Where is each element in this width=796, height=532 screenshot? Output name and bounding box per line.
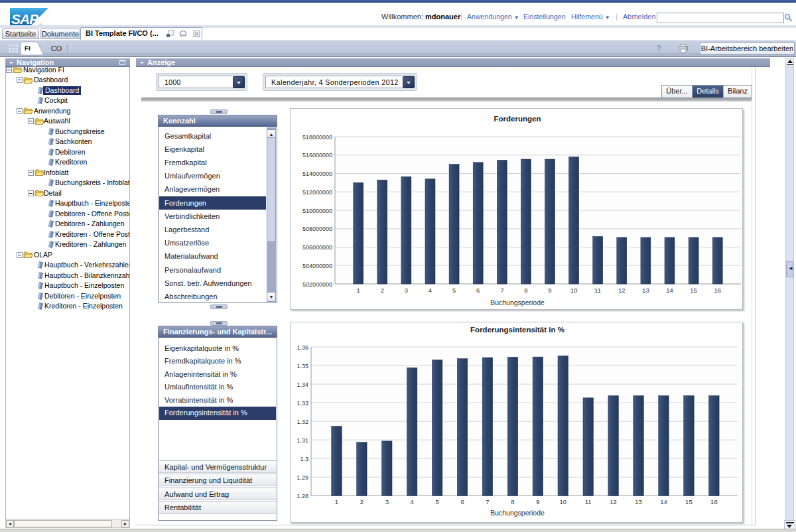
svg-text:10: 10 <box>570 287 578 294</box>
svg-text:1: 1 <box>357 287 360 294</box>
svg-text:5: 5 <box>435 498 438 505</box>
svg-text:16: 16 <box>710 498 718 505</box>
svg-text:13: 13 <box>635 498 642 505</box>
svg-text:13: 13 <box>642 287 649 294</box>
svg-text:508000000: 508000000 <box>302 226 332 232</box>
svg-text:15: 15 <box>690 287 697 294</box>
svg-text:2: 2 <box>381 287 384 294</box>
svg-text:10: 10 <box>560 498 567 505</box>
svg-text:7: 7 <box>500 287 503 294</box>
svg-text:14: 14 <box>660 498 667 505</box>
svg-text:1.36: 1.36 <box>297 344 308 351</box>
svg-text:516000000: 516000000 <box>302 152 332 159</box>
svg-text:1.31: 1.31 <box>297 437 308 444</box>
svg-text:3: 3 <box>405 287 408 294</box>
svg-text:1.35: 1.35 <box>297 363 308 369</box>
svg-text:SAP: SAP <box>11 11 39 27</box>
svg-text:2: 2 <box>360 498 364 505</box>
svg-text:8: 8 <box>511 498 514 505</box>
svg-text:12: 12 <box>618 287 626 294</box>
svg-text:1: 1 <box>335 498 338 505</box>
svg-text:1.28: 1.28 <box>297 493 308 499</box>
svg-text:9: 9 <box>548 287 551 294</box>
svg-text:506000000: 506000000 <box>302 244 332 251</box>
svg-text:9: 9 <box>536 498 539 505</box>
svg-text:Forderungsintensität in %: Forderungsintensität in % <box>470 326 564 334</box>
svg-text:8: 8 <box>524 287 527 294</box>
svg-text:14: 14 <box>666 287 673 294</box>
svg-text:504000000: 504000000 <box>302 263 332 269</box>
svg-text:5: 5 <box>452 287 456 294</box>
svg-text:6: 6 <box>476 287 480 294</box>
svg-text:4: 4 <box>411 498 414 505</box>
svg-text:7: 7 <box>486 498 489 505</box>
svg-text:3: 3 <box>385 498 389 505</box>
svg-text:502000000: 502000000 <box>302 281 332 288</box>
svg-text:1.32: 1.32 <box>297 419 308 425</box>
svg-text:Forderungen: Forderungen <box>494 115 541 123</box>
svg-text:15: 15 <box>685 498 693 505</box>
svg-text:518000000: 518000000 <box>302 134 332 141</box>
svg-text:12: 12 <box>610 498 617 505</box>
svg-text:514000000: 514000000 <box>302 170 332 177</box>
svg-text:Buchungsperiode: Buchungsperiode <box>490 509 545 517</box>
svg-text:1.3: 1.3 <box>300 456 308 462</box>
svg-text:1.34: 1.34 <box>297 381 308 388</box>
svg-text:512000000: 512000000 <box>302 189 332 196</box>
svg-text:1.33: 1.33 <box>297 400 308 407</box>
svg-text:4: 4 <box>429 287 432 294</box>
svg-text:510000000: 510000000 <box>302 208 332 214</box>
svg-text:16: 16 <box>714 287 721 294</box>
svg-text:6: 6 <box>460 498 464 505</box>
svg-text:Buchungsperiode: Buchungsperiode <box>490 299 545 306</box>
svg-text:1.29: 1.29 <box>297 474 308 481</box>
svg-text:11: 11 <box>594 287 601 294</box>
svg-text:FI: FI <box>25 44 31 52</box>
svg-text:11: 11 <box>585 498 592 505</box>
